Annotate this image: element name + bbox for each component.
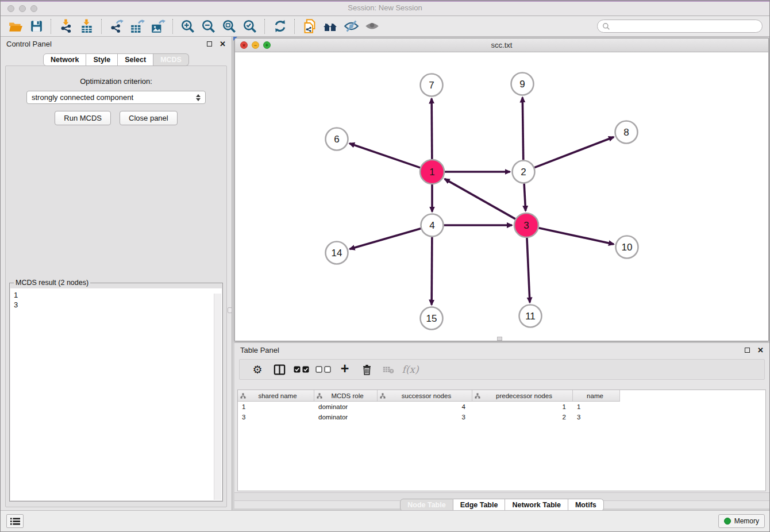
tab-network-table[interactable]: Network Table — [505, 499, 568, 511]
import-network-button[interactable] — [56, 18, 76, 35]
graph-edge-4-14[interactable] — [350, 229, 421, 249]
tab-style[interactable]: Style — [86, 53, 118, 66]
cell-predecessor-nodes: 2 — [472, 414, 573, 421]
graph-node-8[interactable]: 8 — [615, 121, 638, 144]
delete-table-icon — [383, 365, 394, 374]
main-toolbar — [1, 16, 769, 37]
save-floppy-icon — [29, 19, 44, 33]
search-field[interactable] — [597, 20, 763, 33]
graph-edge-1-6[interactable] — [349, 144, 420, 168]
float-panel-icon[interactable] — [745, 348, 750, 353]
tab-network[interactable]: Network — [43, 53, 86, 66]
panel-splitter-handle[interactable] — [228, 307, 232, 313]
graph-edge-2-3[interactable] — [524, 183, 526, 211]
cell-predecessor-nodes: 1 — [472, 403, 573, 410]
tab-node-table[interactable]: Node Table — [400, 499, 453, 511]
cell-shared-name: 3 — [238, 414, 314, 421]
export-network-button[interactable] — [106, 18, 127, 35]
graph-node-label: 1 — [429, 167, 434, 178]
graph-node-1[interactable]: 1 — [420, 160, 444, 184]
search-input[interactable] — [613, 22, 762, 31]
graph-node-11[interactable]: 11 — [519, 305, 542, 327]
refresh-network-button[interactable] — [270, 18, 290, 35]
dropdown-stepper-icon — [196, 94, 201, 101]
node-table[interactable]: shared name MCDS role successor nodes pr… — [237, 390, 766, 491]
close-panel-icon[interactable]: ✕ — [757, 346, 764, 354]
graph-node-6[interactable]: 6 — [326, 128, 348, 151]
title-bar: Session: New Session — [1, 1, 769, 16]
toggle-panel-layout-button[interactable] — [268, 364, 290, 375]
graph-node-3[interactable]: 3 — [514, 213, 538, 237]
graph-node-15[interactable]: 15 — [421, 307, 443, 330]
deselect-all-button[interactable] — [312, 366, 334, 373]
home-neighborhood-button[interactable] — [320, 18, 341, 35]
mcds-result-value: 1 — [10, 290, 222, 300]
export-table-button[interactable] — [127, 18, 148, 35]
control-panel: Control Panel ✕ Network Style Select MCD… — [1, 37, 232, 511]
zoom-out-button[interactable] — [198, 18, 219, 35]
graph-node-4[interactable]: 4 — [421, 214, 444, 237]
zoom-selected-button[interactable] — [240, 18, 260, 35]
select-all-button[interactable] — [290, 366, 312, 373]
import-table-icon — [79, 19, 94, 34]
graph-edge-3-10[interactable] — [538, 228, 614, 244]
column-header-name[interactable]: name — [573, 390, 620, 401]
table-row[interactable]: 3 dominator 3 2 3 — [238, 412, 765, 422]
save-session-button[interactable] — [26, 18, 47, 35]
export-image-icon — [151, 19, 165, 34]
float-panel-icon[interactable] — [207, 41, 212, 47]
tab-motifs[interactable]: Motifs — [568, 499, 604, 511]
graph-edge-3-11[interactable] — [527, 238, 530, 303]
tab-edge-table[interactable]: Edge Table — [453, 499, 506, 511]
list-icon — [10, 518, 20, 525]
column-header-predecessor-nodes[interactable]: predecessor nodes — [472, 390, 573, 401]
run-mcds-button[interactable]: Run MCDS — [55, 111, 111, 125]
duplicate-network-icon — [302, 18, 318, 34]
canvas-scroll-grip[interactable] — [497, 337, 502, 341]
graph-node-label: 7 — [429, 80, 434, 91]
tab-select[interactable]: Select — [118, 53, 153, 66]
toolbar-separator — [172, 19, 174, 34]
graph-node-14[interactable]: 14 — [326, 242, 348, 264]
graph-node-9[interactable]: 9 — [511, 73, 534, 95]
show-graphics-details-button[interactable] — [361, 18, 382, 35]
export-image-button[interactable] — [148, 18, 168, 35]
graph-edge-1-7[interactable] — [432, 98, 432, 159]
graph-node-7[interactable]: 7 — [421, 74, 443, 97]
unchecked-box-icon — [315, 366, 322, 373]
hide-graphics-details-button[interactable] — [341, 18, 361, 35]
graph-node-10[interactable]: 10 — [616, 236, 638, 259]
column-header-successor-nodes[interactable]: successor nodes — [378, 390, 472, 401]
close-panel-icon[interactable]: ✕ — [220, 40, 226, 48]
graph-edge-3-1[interactable] — [445, 179, 515, 219]
checked-box-icon — [302, 366, 309, 373]
graph-edge-4-15[interactable] — [432, 237, 432, 304]
tab-mcds[interactable]: MCDS — [153, 53, 189, 66]
mcds-result-list[interactable]: 1 3 — [10, 288, 222, 500]
hierarchy-icon — [380, 393, 386, 399]
show-task-history-button[interactable] — [6, 514, 24, 528]
graph-node-2[interactable]: 2 — [513, 161, 535, 183]
duplicate-network-button[interactable] — [299, 18, 320, 35]
table-row[interactable]: 1 dominator 4 1 1 — [238, 402, 765, 412]
delete-column-button[interactable] — [356, 364, 378, 375]
memory-button[interactable]: Memory — [718, 514, 765, 528]
add-column-button[interactable]: + — [334, 360, 356, 379]
result-scrollbar[interactable] — [214, 294, 221, 500]
column-header-mcds-role[interactable]: MCDS role — [314, 390, 378, 401]
graph-edge-2-8[interactable] — [534, 137, 614, 167]
table-header-row: shared name MCDS role successor nodes pr… — [238, 390, 620, 402]
criterion-dropdown[interactable]: strongly connected component — [26, 91, 206, 104]
graph-edge-2-9[interactable] — [522, 97, 523, 160]
column-header-shared-name[interactable]: shared name — [238, 390, 314, 401]
table-settings-button[interactable]: ⚙ — [247, 363, 268, 376]
table-toolbar: ⚙ — [239, 359, 765, 380]
network-window-titlebar[interactable]: × − + scc.txt — [235, 38, 768, 52]
import-table-button[interactable] — [76, 18, 97, 35]
open-session-button[interactable] — [5, 18, 26, 35]
close-panel-button[interactable]: Close panel — [120, 111, 178, 125]
network-canvas[interactable]: 7968124314101511 — [235, 52, 768, 341]
zoom-fit-button[interactable] — [219, 18, 240, 35]
zoom-in-button[interactable] — [178, 18, 198, 35]
table-panel: Table Panel ✕ ⚙ — [234, 342, 769, 508]
